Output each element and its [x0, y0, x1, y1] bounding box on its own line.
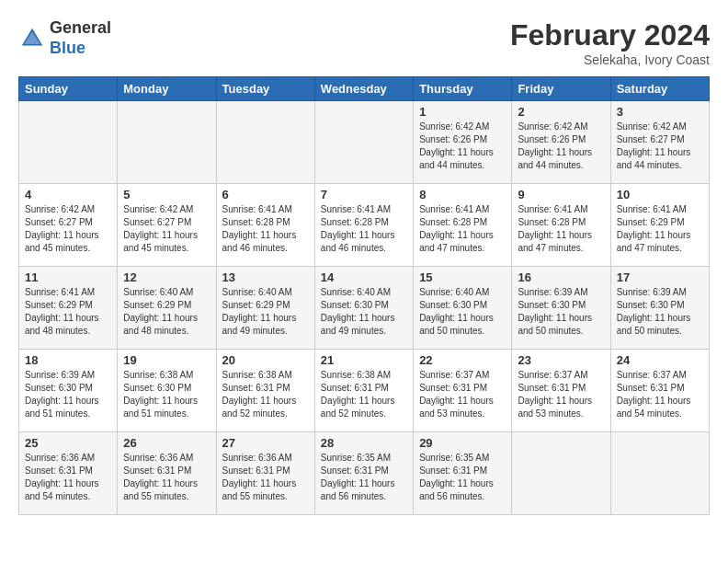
day-info: Sunrise: 6:38 AM Sunset: 6:31 PM Dayligh… — [222, 369, 309, 420]
day-info: Sunrise: 6:35 AM Sunset: 6:31 PM Dayligh… — [419, 452, 506, 503]
calendar-cell: 5Sunrise: 6:42 AM Sunset: 6:27 PM Daylig… — [118, 184, 216, 267]
day-info: Sunrise: 6:40 AM Sunset: 6:29 PM Dayligh… — [222, 286, 309, 338]
calendar-week-row: 25Sunrise: 6:36 AM Sunset: 6:31 PM Dayli… — [19, 432, 710, 515]
day-number: 1 — [419, 105, 506, 119]
day-info: Sunrise: 6:42 AM Sunset: 6:26 PM Dayligh… — [518, 121, 604, 172]
day-number: 16 — [518, 270, 604, 284]
day-number: 8 — [419, 188, 506, 201]
day-info: Sunrise: 6:42 AM Sunset: 6:27 PM Dayligh… — [25, 203, 111, 255]
day-of-week-header: Thursday — [414, 77, 512, 101]
day-info: Sunrise: 6:40 AM Sunset: 6:30 PM Dayligh… — [419, 286, 506, 338]
day-number: 21 — [321, 353, 407, 367]
calendar-cell — [314, 101, 413, 184]
day-number: 18 — [25, 353, 111, 367]
day-number: 23 — [518, 353, 604, 367]
day-number: 12 — [123, 270, 210, 284]
calendar-table: SundayMondayTuesdayWednesdayThursdayFrid… — [18, 76, 710, 515]
calendar-cell: 11Sunrise: 6:41 AM Sunset: 6:29 PM Dayli… — [19, 267, 118, 350]
day-number: 7 — [321, 188, 407, 201]
title-section: February 2024 Selekaha, Ivory Coast — [510, 18, 710, 67]
day-number: 28 — [321, 436, 407, 450]
day-of-week-header: Sunday — [19, 77, 118, 101]
calendar-body: 1Sunrise: 6:42 AM Sunset: 6:26 PM Daylig… — [19, 101, 710, 515]
day-info: Sunrise: 6:36 AM Sunset: 6:31 PM Dayligh… — [123, 452, 210, 503]
logo: General Blue — [18, 18, 111, 58]
day-info: Sunrise: 6:42 AM Sunset: 6:26 PM Dayligh… — [419, 121, 506, 172]
day-of-week-header: Wednesday — [314, 77, 413, 101]
day-number: 4 — [25, 188, 111, 201]
calendar-cell: 18Sunrise: 6:39 AM Sunset: 6:30 PM Dayli… — [19, 350, 118, 432]
day-number: 26 — [123, 436, 210, 450]
day-info: Sunrise: 6:37 AM Sunset: 6:31 PM Dayligh… — [617, 369, 703, 420]
day-number: 15 — [419, 270, 506, 284]
day-info: Sunrise: 6:37 AM Sunset: 6:31 PM Dayligh… — [419, 369, 506, 420]
day-info: Sunrise: 6:41 AM Sunset: 6:28 PM Dayligh… — [222, 203, 309, 255]
day-info: Sunrise: 6:38 AM Sunset: 6:30 PM Dayligh… — [123, 369, 210, 420]
day-number: 9 — [518, 188, 604, 201]
day-info: Sunrise: 6:39 AM Sunset: 6:30 PM Dayligh… — [25, 369, 111, 420]
logo-blue: Blue — [50, 39, 85, 57]
day-number: 3 — [617, 105, 703, 119]
calendar-cell — [216, 101, 314, 184]
calendar-cell: 21Sunrise: 6:38 AM Sunset: 6:31 PM Dayli… — [314, 350, 413, 432]
day-info: Sunrise: 6:40 AM Sunset: 6:29 PM Dayligh… — [123, 286, 210, 338]
calendar-cell: 10Sunrise: 6:41 AM Sunset: 6:29 PM Dayli… — [610, 184, 709, 267]
day-number: 6 — [222, 188, 309, 201]
calendar-week-row: 11Sunrise: 6:41 AM Sunset: 6:29 PM Dayli… — [19, 267, 710, 350]
day-number: 24 — [617, 353, 703, 367]
subtitle: Selekaha, Ivory Coast — [510, 52, 710, 67]
day-of-week-header: Tuesday — [216, 77, 314, 101]
calendar-cell: 9Sunrise: 6:41 AM Sunset: 6:28 PM Daylig… — [512, 184, 610, 267]
day-info: Sunrise: 6:39 AM Sunset: 6:30 PM Dayligh… — [617, 286, 703, 338]
day-info: Sunrise: 6:35 AM Sunset: 6:31 PM Dayligh… — [321, 452, 407, 503]
calendar-cell: 14Sunrise: 6:40 AM Sunset: 6:30 PM Dayli… — [314, 267, 413, 350]
logo-general: General — [50, 18, 111, 37]
calendar-cell — [118, 101, 216, 184]
calendar-cell: 17Sunrise: 6:39 AM Sunset: 6:30 PM Dayli… — [610, 267, 709, 350]
day-info: Sunrise: 6:41 AM Sunset: 6:29 PM Dayligh… — [25, 286, 111, 338]
day-number: 19 — [123, 353, 210, 367]
day-of-week-header: Friday — [512, 77, 610, 101]
day-of-week-header: Monday — [118, 77, 216, 101]
calendar-cell: 3Sunrise: 6:42 AM Sunset: 6:27 PM Daylig… — [610, 101, 709, 184]
day-info: Sunrise: 6:40 AM Sunset: 6:30 PM Dayligh… — [321, 286, 407, 338]
day-number: 20 — [222, 353, 309, 367]
day-info: Sunrise: 6:36 AM Sunset: 6:31 PM Dayligh… — [25, 452, 111, 503]
day-number: 11 — [25, 270, 111, 284]
calendar-cell: 19Sunrise: 6:38 AM Sunset: 6:30 PM Dayli… — [118, 350, 216, 432]
day-number: 5 — [123, 188, 210, 201]
calendar-week-row: 18Sunrise: 6:39 AM Sunset: 6:30 PM Dayli… — [19, 350, 710, 432]
calendar-cell — [512, 432, 610, 515]
calendar-cell: 29Sunrise: 6:35 AM Sunset: 6:31 PM Dayli… — [414, 432, 512, 515]
logo-icon — [18, 25, 46, 52]
calendar-cell: 12Sunrise: 6:40 AM Sunset: 6:29 PM Dayli… — [118, 267, 216, 350]
days-of-week-row: SundayMondayTuesdayWednesdayThursdayFrid… — [19, 77, 710, 101]
calendar-cell: 8Sunrise: 6:41 AM Sunset: 6:28 PM Daylig… — [414, 184, 512, 267]
day-of-week-header: Saturday — [610, 77, 709, 101]
day-info: Sunrise: 6:38 AM Sunset: 6:31 PM Dayligh… — [321, 369, 407, 420]
day-info: Sunrise: 6:42 AM Sunset: 6:27 PM Dayligh… — [123, 203, 210, 255]
day-info: Sunrise: 6:41 AM Sunset: 6:28 PM Dayligh… — [419, 203, 506, 255]
day-number: 25 — [25, 436, 111, 450]
calendar-cell: 13Sunrise: 6:40 AM Sunset: 6:29 PM Dayli… — [216, 267, 314, 350]
calendar-cell: 28Sunrise: 6:35 AM Sunset: 6:31 PM Dayli… — [314, 432, 413, 515]
calendar-cell — [19, 101, 118, 184]
calendar-cell: 27Sunrise: 6:36 AM Sunset: 6:31 PM Dayli… — [216, 432, 314, 515]
calendar-cell — [610, 432, 709, 515]
calendar-cell: 7Sunrise: 6:41 AM Sunset: 6:28 PM Daylig… — [314, 184, 413, 267]
calendar-cell: 25Sunrise: 6:36 AM Sunset: 6:31 PM Dayli… — [19, 432, 118, 515]
calendar-cell: 20Sunrise: 6:38 AM Sunset: 6:31 PM Dayli… — [216, 350, 314, 432]
day-number: 27 — [222, 436, 309, 450]
day-info: Sunrise: 6:37 AM Sunset: 6:31 PM Dayligh… — [518, 369, 604, 420]
calendar-week-row: 4Sunrise: 6:42 AM Sunset: 6:27 PM Daylig… — [19, 184, 710, 267]
main-title: February 2024 — [510, 18, 710, 52]
calendar-cell: 15Sunrise: 6:40 AM Sunset: 6:30 PM Dayli… — [414, 267, 512, 350]
day-info: Sunrise: 6:41 AM Sunset: 6:29 PM Dayligh… — [617, 203, 703, 255]
day-number: 17 — [617, 270, 703, 284]
day-number: 22 — [419, 353, 506, 367]
calendar-cell: 4Sunrise: 6:42 AM Sunset: 6:27 PM Daylig… — [19, 184, 118, 267]
day-info: Sunrise: 6:42 AM Sunset: 6:27 PM Dayligh… — [617, 121, 703, 172]
day-number: 13 — [222, 270, 309, 284]
calendar-header: SundayMondayTuesdayWednesdayThursdayFrid… — [19, 77, 710, 101]
day-info: Sunrise: 6:36 AM Sunset: 6:31 PM Dayligh… — [222, 452, 309, 503]
